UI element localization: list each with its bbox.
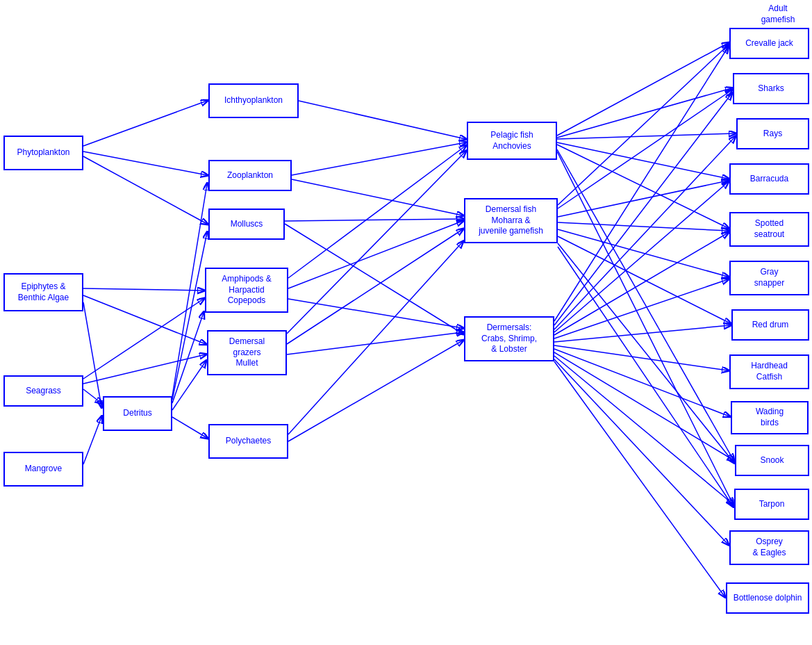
svg-line-50 [554,345,728,370]
svg-line-12 [172,361,206,410]
food-web-diagram: Adultgamefish [0,0,812,645]
node-detritus: Detritus [103,396,172,431]
arrows-layer [0,0,812,645]
svg-line-52 [554,352,734,460]
node-epiphytes: Epiphytes &Benthic Algae [3,273,83,311]
svg-line-43 [554,47,728,321]
node-demersal_fish: Demersal fishMoharra &juvenile gamefish [464,198,558,243]
svg-line-47 [554,233,728,335]
svg-line-10 [172,233,207,400]
node-crevalle_jack: Crevalle jack [729,28,809,59]
svg-line-45 [554,137,735,329]
node-polychaetes: Polychaetes [208,424,288,459]
svg-line-14 [172,184,207,396]
svg-line-33 [557,149,734,460]
svg-line-24 [287,229,463,344]
node-dermersals_crabs: Dermersals:Crabs, Shrimp,& Lobster [464,316,554,361]
node-ichthyoplankton: Ichthyoplankton [208,83,299,118]
svg-line-8 [83,299,204,379]
svg-line-25 [287,332,463,354]
node-snook: Snook [735,445,809,476]
svg-line-48 [554,279,728,338]
svg-line-26 [288,242,463,434]
svg-line-41 [558,243,734,462]
svg-line-49 [554,325,730,342]
svg-line-51 [554,349,729,416]
node-seagrass: Seagrass [3,375,83,407]
svg-line-20 [288,146,465,278]
svg-line-16 [292,142,465,175]
svg-line-34 [557,152,733,504]
svg-line-42 [558,247,733,506]
svg-line-53 [554,356,733,504]
node-gray_snapper: Graysnapper [729,261,809,295]
svg-line-6 [83,389,101,403]
svg-line-18 [285,224,463,334]
node-phytoplankton: Phytoplankton [3,136,83,170]
svg-line-32 [557,145,728,228]
svg-line-37 [558,181,728,217]
node-bottlenose_dolphin: Bottlenose dolphin [726,582,809,614]
node-demersal_grazers: DemersalgrazersMullet [207,330,287,375]
svg-line-23 [287,152,465,334]
svg-line-19 [285,219,463,221]
svg-line-36 [558,90,731,209]
node-tarpon: Tarpon [734,489,809,520]
svg-line-28 [557,43,728,136]
node-red_drum: Red drum [731,309,809,341]
svg-line-0 [83,101,207,146]
svg-line-9 [83,417,101,464]
svg-line-1 [83,152,207,175]
node-hardhead_catfish: HardheadCatfish [729,354,809,389]
adult-gamefish-header: Adultgamefish [743,3,812,25]
svg-line-13 [172,417,207,438]
svg-line-40 [558,236,730,323]
node-barracuda: Barracuda [729,163,809,195]
node-mangrove: Mangrove [3,452,83,487]
node-pelagic_fish: Pelagic fishAnchovies [467,122,557,160]
svg-line-21 [288,221,463,288]
svg-line-11 [172,313,204,403]
node-zooplankton: Zooplankton [208,160,292,191]
svg-line-27 [288,341,463,441]
svg-line-30 [557,133,735,139]
node-molluscs: Molluscs [208,209,285,240]
svg-line-38 [558,222,728,231]
svg-line-35 [558,45,728,205]
svg-line-46 [554,182,728,332]
node-rays: Rays [736,118,809,149]
node-osprey_eagles: Osprey& Eagles [729,530,809,565]
svg-line-2 [83,156,207,224]
svg-line-29 [557,88,731,138]
svg-line-55 [554,361,724,596]
svg-line-31 [557,142,728,179]
svg-line-54 [554,359,728,544]
svg-line-3 [83,288,204,291]
node-sharks: Sharks [733,73,809,104]
svg-line-22 [288,299,463,328]
node-amphipods: Amphipods &HarpactidCopepods [205,268,288,313]
svg-line-5 [83,302,101,407]
svg-line-4 [83,295,206,344]
svg-line-44 [554,94,731,325]
svg-line-17 [292,179,463,215]
node-wading_birds: Wadingbirds [731,401,809,434]
svg-line-7 [83,354,206,384]
svg-line-39 [558,229,728,277]
node-spotted_seatrout: Spottedseatrout [729,212,809,247]
svg-line-15 [299,101,465,139]
